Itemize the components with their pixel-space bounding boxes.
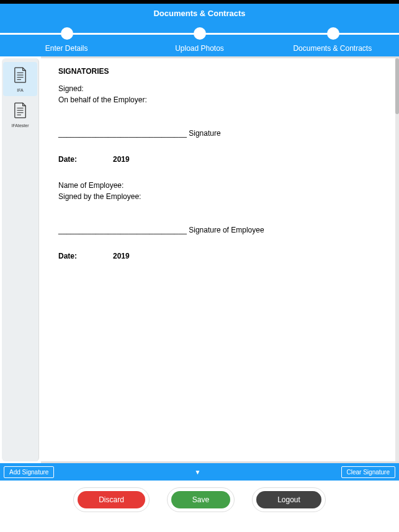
- header: Documents & Contracts: [0, 4, 399, 25]
- step-label-3[interactable]: Documents & Contracts: [266, 44, 399, 53]
- signature-underline: _______________________________: [58, 226, 187, 234]
- signature-toolbar: Add Signature ▼ Clear Signature: [0, 463, 399, 481]
- sidebar-item-ifa[interactable]: IFA: [3, 62, 37, 96]
- discard-wrap: Discard: [73, 487, 150, 512]
- discard-button[interactable]: Discard: [78, 491, 145, 508]
- date-year: 2019: [113, 252, 130, 260]
- employer-behalf-label: On behalf of the Employer:: [58, 95, 380, 104]
- stepper: Enter Details Upload Photos Documents & …: [0, 25, 399, 56]
- step-circle-3[interactable]: [327, 27, 339, 40]
- footer: Discard Save Logout: [0, 481, 399, 519]
- logout-button[interactable]: Logout: [256, 491, 321, 508]
- signature-underline: _______________________________: [58, 129, 187, 138]
- employer-date-row: Date: 2019: [58, 155, 380, 164]
- employee-name-label: Name of Employee:: [58, 181, 380, 190]
- date-label: Date:: [58, 252, 113, 260]
- save-wrap: Save: [167, 487, 235, 512]
- signature-label: Signature: [189, 129, 220, 138]
- add-signature-button[interactable]: Add Signature: [4, 466, 54, 478]
- sidebar-item-label: IFA: [17, 88, 24, 92]
- step-label-1[interactable]: Enter Details: [0, 44, 133, 53]
- logout-wrap: Logout: [252, 487, 326, 512]
- employee-signature-label: Signature of Employee: [189, 226, 264, 234]
- scrollbar[interactable]: [395, 58, 399, 461]
- employee-date-row: Date: 2019: [58, 252, 380, 260]
- employee-signature-line: _______________________________ Signatur…: [58, 226, 380, 234]
- signed-label: Signed:: [58, 84, 380, 93]
- sidebar-item-label: IFAtester: [11, 123, 29, 128]
- sidebar-item-ifatester[interactable]: IFAtester: [3, 97, 37, 131]
- signatories-heading: SIGNATORIES: [58, 67, 380, 76]
- document-page: SIGNATORIES Signed: On behalf of the Emp…: [41, 58, 397, 461]
- document-icon: [14, 102, 27, 121]
- document-icon: [14, 67, 27, 86]
- scroll-thumb[interactable]: [395, 58, 399, 114]
- clear-signature-button[interactable]: Clear Signature: [341, 466, 395, 478]
- save-button[interactable]: Save: [171, 491, 230, 508]
- employer-signature-line: _______________________________ Signatur…: [58, 129, 380, 138]
- employee-signed-label: Signed by the Employee:: [58, 192, 380, 201]
- step-circle-1[interactable]: [61, 27, 73, 40]
- sidebar: IFA IFAtester: [2, 58, 39, 461]
- step-circle-2[interactable]: [194, 27, 206, 40]
- page-title: Documents & Contracts: [0, 9, 399, 25]
- dropdown-caret-icon[interactable]: ▼: [195, 469, 201, 476]
- date-year: 2019: [113, 155, 130, 164]
- step-label-2[interactable]: Upload Photos: [133, 44, 266, 53]
- content-area: IFA IFAtester SIGNATORIES Signed: On beh…: [0, 56, 399, 463]
- step-labels: Enter Details Upload Photos Documents & …: [0, 44, 399, 53]
- document-viewport[interactable]: SIGNATORIES Signed: On behalf of the Emp…: [41, 56, 399, 463]
- date-label: Date:: [58, 155, 113, 164]
